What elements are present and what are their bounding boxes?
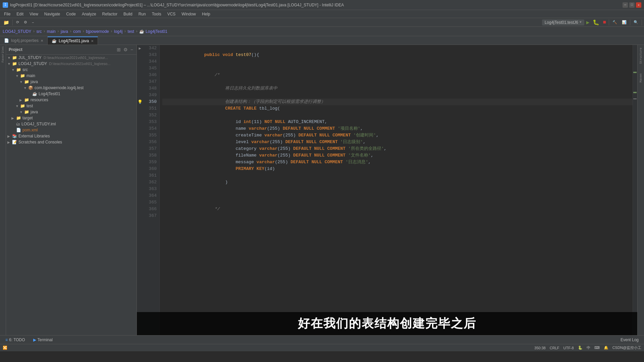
library-icon: 📚 <box>12 134 17 138</box>
breadcrumb-test[interactable]: test <box>128 29 134 34</box>
breadcrumb-log4j-study[interactable]: LOG4J_STUDY <box>3 29 31 34</box>
project-icon[interactable]: 📁 <box>1 19 11 26</box>
breadcrumb-class[interactable]: ☕ Log4jTest01 <box>139 29 167 34</box>
code-line-363 <box>162 186 633 192</box>
menu-tools[interactable]: Tools <box>149 11 164 17</box>
tree-item-log4j-iml[interactable]: ▶ 🗂 LOG4J_STUDY.iml <box>6 121 137 127</box>
menu-navigate[interactable]: Navigate <box>42 11 63 17</box>
tab-log4j-properties[interactable]: 📄 log4j.properties ✕ <box>0 37 48 45</box>
menu-code[interactable]: Code <box>63 11 78 17</box>
favorites-strip-label[interactable]: Favorites <box>1 46 5 63</box>
gutter-365 <box>137 199 143 206</box>
menu-view[interactable]: View <box>27 11 41 17</box>
tree-item-java[interactable]: ▼ 📁 java <box>6 79 137 85</box>
maximize-button[interactable]: □ <box>629 2 635 8</box>
tab-log4j-properties-label: log4j.properties <box>11 38 39 43</box>
menu-refactor[interactable]: Refactor <box>100 11 120 17</box>
run-config-dropdown-icon[interactable]: ▼ <box>580 20 582 24</box>
sidebar-collapse-icon[interactable]: − <box>130 46 134 53</box>
menu-window[interactable]: Window <box>179 11 199 17</box>
minus-icon[interactable]: − <box>30 20 36 25</box>
toolbar-sep4 <box>642 19 642 25</box>
menu-help[interactable]: Help <box>199 11 213 17</box>
coverage-button[interactable]: 📊 <box>620 19 629 25</box>
status-left: 🔀 <box>3 346 7 350</box>
tab-log4j-properties-close[interactable]: ✕ <box>41 39 43 43</box>
line-separator[interactable]: CRLF <box>550 346 559 350</box>
gutter-353 <box>137 119 143 125</box>
menu-build[interactable]: Build <box>121 11 135 17</box>
stop-button[interactable]: ■ <box>603 19 606 25</box>
tree-arrow: ▼ <box>23 86 28 90</box>
tree-item-external-libs[interactable]: ▶ 📚 External Libraries <box>6 133 137 139</box>
code-lines[interactable]: public void test07(){ /* 将日志持久化到数据库表中 <box>160 45 633 335</box>
gutter-350[interactable]: 💡 <box>137 99 143 105</box>
event-log-tab[interactable]: Event Log <box>618 337 641 343</box>
folder-icon: 📁 <box>12 61 17 66</box>
breadcrumb-bjpowernode[interactable]: bjpowernode <box>86 29 109 34</box>
gutter-342[interactable]: ▶ <box>137 45 143 52</box>
menu-edit[interactable]: Edit <box>14 11 26 17</box>
status-right: 350:38 CRLF UTF-8 🐍 中 ⌨ 🔔 CSDN@监控小工 <box>534 345 641 350</box>
tree-label: main <box>26 73 35 78</box>
tree-item-log4j-study[interactable]: ▼ 📁 LOG4J_STUDY D:\teach\course2021vd\01… <box>6 61 137 67</box>
gutter-364 <box>137 192 143 199</box>
tree-arrow: ▶ <box>11 116 15 120</box>
close-button[interactable]: ✕ <box>636 2 641 8</box>
run-button[interactable]: ▶ <box>586 19 590 26</box>
tree-item-main[interactable]: ▼ 📁 main <box>6 73 137 79</box>
tree-label: java <box>31 79 38 84</box>
tree-item-pom[interactable]: ▶ 📄 pom.xml <box>6 127 137 133</box>
search-button[interactable]: 🔍 <box>632 19 640 25</box>
tree-label: java <box>31 110 38 114</box>
tree-item-target[interactable]: ▶ 📁 target <box>6 115 137 121</box>
debug-button[interactable]: 🐛 <box>593 19 599 26</box>
sidebar-settings-icon[interactable]: ⚙ <box>123 46 128 53</box>
breadcrumb-java[interactable]: java <box>61 29 68 34</box>
tree-item-log4jtest01[interactable]: ▶ ☕ Log4jTest01 <box>6 91 137 97</box>
tab-log4jtest01-close[interactable]: ✕ <box>91 39 94 43</box>
minimize-button[interactable]: — <box>623 2 628 8</box>
breadcrumb-log4j[interactable]: log4j <box>114 29 122 34</box>
code-editor[interactable]: ▶ 💡 <box>137 45 637 335</box>
settings-icon[interactable]: ⚙ <box>22 19 29 25</box>
menu-run[interactable]: Run <box>136 11 149 17</box>
breadcrumb-src[interactable]: src <box>37 29 42 34</box>
todo-tab[interactable]: ≡ 6: TODO <box>3 337 28 343</box>
breadcrumb-main[interactable]: main <box>47 29 56 34</box>
folder-icon: 📁 <box>16 116 21 120</box>
breadcrumb-com[interactable]: com <box>73 29 81 34</box>
tree-label: test <box>26 104 33 108</box>
menu-analyze[interactable]: Analyze <box>79 11 99 17</box>
title-bar: I logProject01 [D:\teach\course2021vd\01… <box>0 0 644 10</box>
tree-item-jul-study[interactable]: ▼ 📁 JUL_STUDY D:\teach\course2021vd\01_l… <box>6 55 137 61</box>
tab-log4jtest01[interactable]: ☕ Log4jTest01.java ✕ <box>48 37 98 45</box>
window-controls[interactable]: — □ ✕ <box>623 2 641 8</box>
pom-file-icon: 📄 <box>16 128 21 132</box>
menu-file[interactable]: File <box>1 11 13 17</box>
tree-item-test-java[interactable]: ▼ 📁 java <box>6 109 137 115</box>
encoding[interactable]: UTF-8 <box>563 346 574 350</box>
gutter-363 <box>137 186 143 192</box>
tree-item-scratches[interactable]: ▶ 📝 Scratches and Consoles <box>6 139 137 145</box>
tree-item-test[interactable]: ▼ 📁 test <box>6 103 137 109</box>
tree-item-package[interactable]: ▼ 📦 com.bjpowernode.log4j.test <box>6 85 137 91</box>
run-configuration[interactable]: Log4jTest01.testJ6 ▼ <box>542 19 584 25</box>
sync-icon[interactable]: ⟳ <box>14 19 21 25</box>
lang-icon: 中 <box>587 345 590 350</box>
margin-indicator2 <box>633 92 637 93</box>
menu-vcs[interactable]: VCS <box>165 11 178 17</box>
gutter-358 <box>137 152 143 159</box>
tree-item-src[interactable]: ▼ 📁 src <box>6 67 137 73</box>
structure-strip-label[interactable]: Structure <box>639 48 643 64</box>
keyboard-icon: ⌨ <box>594 346 600 350</box>
maven-strip-label[interactable]: Maven <box>639 73 643 82</box>
tree-arrow: ▶ <box>7 134 11 138</box>
line-numbers: 342 343 344 345 346 347 348 349 350 351 … <box>143 45 160 335</box>
terminal-tab[interactable]: ▶ Terminal <box>31 337 55 343</box>
build-button[interactable]: 🔨 <box>610 19 619 25</box>
code-line-367 <box>162 213 633 219</box>
sidebar-expand-icon[interactable]: ⊞ <box>116 46 121 53</box>
tree-item-resources[interactable]: ▶ 📁 resources <box>6 97 137 103</box>
toolbar-sep2 <box>609 19 609 25</box>
